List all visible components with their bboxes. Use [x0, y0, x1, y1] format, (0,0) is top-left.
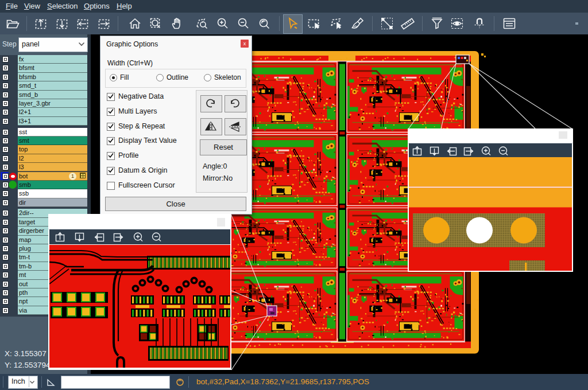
- svg-text:*: *: [477, 298, 479, 303]
